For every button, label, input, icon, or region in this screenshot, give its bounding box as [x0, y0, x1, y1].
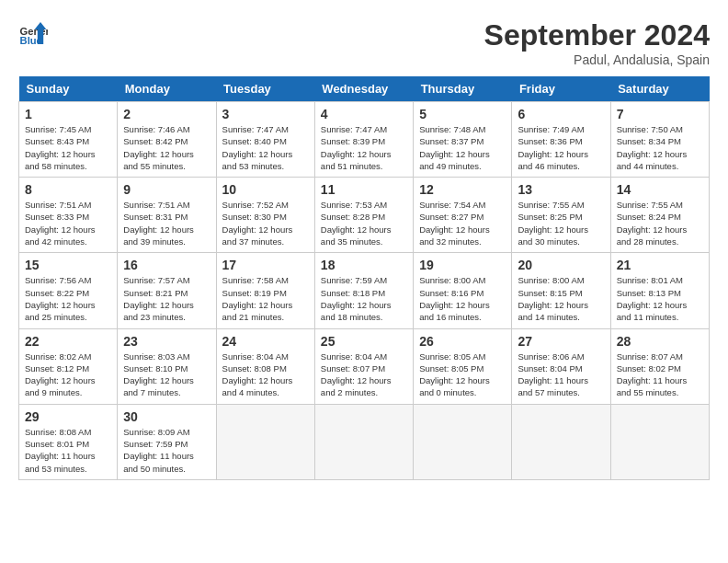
- day-number: 28: [617, 334, 703, 349]
- day-info: Sunrise: 8:03 AMSunset: 8:10 PMDaylight:…: [123, 350, 210, 399]
- day-number: 24: [222, 334, 309, 349]
- calendar-day-cell: 23Sunrise: 8:03 AMSunset: 8:10 PMDayligh…: [118, 328, 216, 404]
- calendar-day-cell: 5Sunrise: 7:48 AMSunset: 8:37 PMDaylight…: [414, 102, 512, 178]
- calendar-week-row: 22Sunrise: 8:02 AMSunset: 8:12 PMDayligh…: [19, 328, 710, 404]
- calendar-week-row: 29Sunrise: 8:08 AMSunset: 8:01 PMDayligh…: [19, 404, 710, 479]
- day-info: Sunrise: 7:47 AMSunset: 8:39 PMDaylight:…: [321, 123, 407, 172]
- day-number: 15: [25, 258, 111, 272]
- day-info: Sunrise: 8:02 AMSunset: 8:12 PMDaylight:…: [25, 350, 111, 399]
- calendar-day-cell: [314, 404, 413, 479]
- calendar-day-cell: 22Sunrise: 8:02 AMSunset: 8:12 PMDayligh…: [19, 328, 118, 404]
- weekday-header: Wednesday: [314, 76, 413, 102]
- weekday-header: Friday: [512, 76, 610, 102]
- day-number: 25: [321, 334, 407, 349]
- day-number: 8: [25, 182, 111, 197]
- calendar-day-cell: 3Sunrise: 7:47 AMSunset: 8:40 PMDaylight…: [216, 102, 314, 178]
- day-number: 9: [123, 182, 210, 197]
- day-info: Sunrise: 7:51 AMSunset: 8:33 PMDaylight:…: [25, 199, 111, 247]
- day-number: 17: [222, 258, 309, 272]
- day-info: Sunrise: 8:08 AMSunset: 8:01 PMDaylight:…: [25, 426, 111, 475]
- day-number: 19: [419, 258, 506, 272]
- day-info: Sunrise: 7:58 AMSunset: 8:19 PMDaylight:…: [222, 274, 309, 323]
- day-info: Sunrise: 7:55 AMSunset: 8:25 PMDaylight:…: [518, 199, 604, 247]
- day-info: Sunrise: 8:06 AMSunset: 8:04 PMDaylight:…: [518, 350, 604, 399]
- calendar-day-cell: 28Sunrise: 8:07 AMSunset: 8:02 PMDayligh…: [610, 328, 709, 404]
- calendar-day-cell: 4Sunrise: 7:47 AMSunset: 8:39 PMDaylight…: [314, 102, 413, 178]
- calendar-day-cell: 15Sunrise: 7:56 AMSunset: 8:22 PMDayligh…: [19, 253, 118, 328]
- weekday-header: Monday: [118, 76, 216, 102]
- logo: General Blue: [18, 18, 51, 48]
- day-number: 26: [419, 334, 506, 349]
- day-info: Sunrise: 7:55 AMSunset: 8:24 PMDaylight:…: [617, 199, 703, 247]
- calendar-day-cell: [414, 404, 512, 479]
- day-number: 12: [419, 182, 506, 197]
- day-info: Sunrise: 7:51 AMSunset: 8:31 PMDaylight:…: [123, 199, 210, 247]
- day-number: 23: [123, 334, 210, 349]
- location: Padul, Andalusia, Spain: [484, 52, 710, 67]
- day-number: 5: [419, 107, 506, 121]
- day-info: Sunrise: 7:50 AMSunset: 8:34 PMDaylight:…: [617, 123, 703, 172]
- day-number: 11: [321, 182, 407, 197]
- day-number: 4: [321, 107, 407, 121]
- calendar-day-cell: 24Sunrise: 8:04 AMSunset: 8:08 PMDayligh…: [216, 328, 314, 404]
- day-info: Sunrise: 7:48 AMSunset: 8:37 PMDaylight:…: [419, 123, 506, 172]
- calendar-day-cell: 8Sunrise: 7:51 AMSunset: 8:33 PMDaylight…: [19, 178, 118, 253]
- calendar-day-cell: 11Sunrise: 7:53 AMSunset: 8:28 PMDayligh…: [314, 178, 413, 253]
- day-number: 30: [123, 409, 210, 424]
- day-info: Sunrise: 8:09 AMSunset: 7:59 PMDaylight:…: [123, 426, 210, 475]
- day-info: Sunrise: 7:57 AMSunset: 8:21 PMDaylight:…: [123, 274, 210, 323]
- day-number: 3: [222, 107, 309, 121]
- day-info: Sunrise: 7:54 AMSunset: 8:27 PMDaylight:…: [419, 199, 506, 247]
- calendar-day-cell: 7Sunrise: 7:50 AMSunset: 8:34 PMDaylight…: [610, 102, 709, 178]
- day-info: Sunrise: 8:00 AMSunset: 8:16 PMDaylight:…: [419, 274, 506, 323]
- day-number: 22: [25, 334, 111, 349]
- day-number: 29: [25, 409, 111, 424]
- day-info: Sunrise: 7:53 AMSunset: 8:28 PMDaylight:…: [321, 199, 407, 247]
- calendar-day-cell: 29Sunrise: 8:08 AMSunset: 8:01 PMDayligh…: [19, 404, 118, 479]
- day-number: 2: [123, 107, 210, 121]
- calendar-day-cell: [216, 404, 314, 479]
- day-info: Sunrise: 7:56 AMSunset: 8:22 PMDaylight:…: [25, 274, 111, 323]
- page-header: General Blue September 2024 Padul, Andal…: [18, 18, 710, 67]
- header-row: SundayMondayTuesdayWednesdayThursdayFrid…: [19, 76, 710, 102]
- day-info: Sunrise: 7:59 AMSunset: 8:18 PMDaylight:…: [321, 274, 407, 323]
- calendar-day-cell: 1Sunrise: 7:45 AMSunset: 8:43 PMDaylight…: [19, 102, 118, 178]
- day-number: 16: [123, 258, 210, 272]
- day-number: 7: [617, 107, 703, 121]
- day-info: Sunrise: 8:05 AMSunset: 8:05 PMDaylight:…: [419, 350, 506, 399]
- day-number: 6: [518, 107, 604, 121]
- calendar-day-cell: 9Sunrise: 7:51 AMSunset: 8:31 PMDaylight…: [118, 178, 216, 253]
- weekday-header: Sunday: [19, 76, 118, 102]
- calendar-day-cell: 12Sunrise: 7:54 AMSunset: 8:27 PMDayligh…: [414, 178, 512, 253]
- calendar-day-cell: [512, 404, 610, 479]
- calendar-day-cell: 16Sunrise: 7:57 AMSunset: 8:21 PMDayligh…: [118, 253, 216, 328]
- day-number: 21: [617, 258, 703, 272]
- calendar-week-row: 8Sunrise: 7:51 AMSunset: 8:33 PMDaylight…: [19, 178, 710, 253]
- weekday-header: Thursday: [414, 76, 512, 102]
- day-number: 18: [321, 258, 407, 272]
- calendar-day-cell: 20Sunrise: 8:00 AMSunset: 8:15 PMDayligh…: [512, 253, 610, 328]
- day-info: Sunrise: 8:04 AMSunset: 8:08 PMDaylight:…: [222, 350, 309, 399]
- day-info: Sunrise: 8:00 AMSunset: 8:15 PMDaylight:…: [518, 274, 604, 323]
- month-title: September 2024: [484, 18, 710, 52]
- calendar-day-cell: 13Sunrise: 7:55 AMSunset: 8:25 PMDayligh…: [512, 178, 610, 253]
- calendar-day-cell: 30Sunrise: 8:09 AMSunset: 7:59 PMDayligh…: [118, 404, 216, 479]
- calendar-day-cell: 18Sunrise: 7:59 AMSunset: 8:18 PMDayligh…: [314, 253, 413, 328]
- calendar-day-cell: 10Sunrise: 7:52 AMSunset: 8:30 PMDayligh…: [216, 178, 314, 253]
- title-block: September 2024 Padul, Andalusia, Spain: [484, 18, 710, 67]
- calendar-table: SundayMondayTuesdayWednesdayThursdayFrid…: [18, 76, 710, 480]
- logo-icon: General Blue: [18, 18, 48, 48]
- calendar-day-cell: 2Sunrise: 7:46 AMSunset: 8:42 PMDaylight…: [118, 102, 216, 178]
- day-number: 14: [617, 182, 703, 197]
- day-info: Sunrise: 8:07 AMSunset: 8:02 PMDaylight:…: [617, 350, 703, 399]
- calendar-day-cell: 19Sunrise: 8:00 AMSunset: 8:16 PMDayligh…: [414, 253, 512, 328]
- weekday-header: Saturday: [610, 76, 709, 102]
- calendar-week-row: 15Sunrise: 7:56 AMSunset: 8:22 PMDayligh…: [19, 253, 710, 328]
- calendar-week-row: 1Sunrise: 7:45 AMSunset: 8:43 PMDaylight…: [19, 102, 710, 178]
- calendar-day-cell: 27Sunrise: 8:06 AMSunset: 8:04 PMDayligh…: [512, 328, 610, 404]
- day-number: 10: [222, 182, 309, 197]
- day-info: Sunrise: 7:47 AMSunset: 8:40 PMDaylight:…: [222, 123, 309, 172]
- day-info: Sunrise: 7:52 AMSunset: 8:30 PMDaylight:…: [222, 199, 309, 247]
- calendar-day-cell: 21Sunrise: 8:01 AMSunset: 8:13 PMDayligh…: [610, 253, 709, 328]
- day-number: 13: [518, 182, 604, 197]
